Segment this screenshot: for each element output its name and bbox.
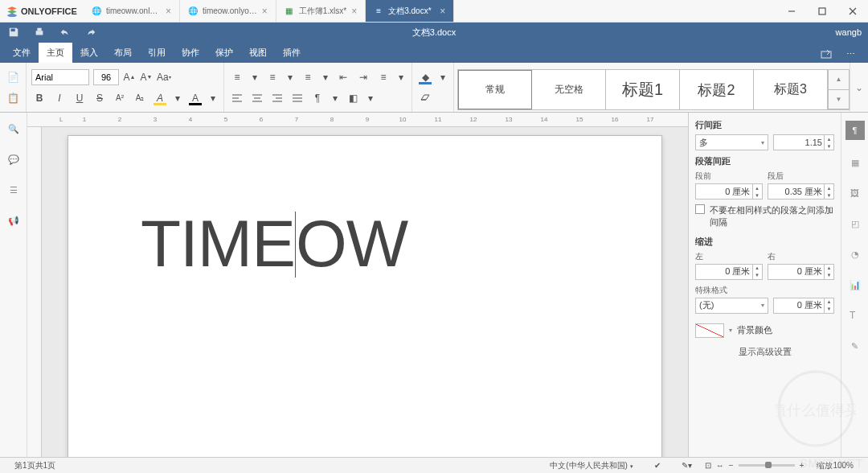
align-right-icon[interactable] [269,90,285,106]
clear-style-icon[interactable] [417,90,433,106]
menu-protect[interactable]: 保护 [207,43,241,63]
fit-width-icon[interactable]: ↔ [716,461,724,470]
table-settings-icon[interactable]: ▦ [847,154,863,171]
line-spacing-icon[interactable]: ≡ [375,69,391,85]
close-button[interactable] [837,0,868,23]
paragraph-color-button[interactable]: ◆ [417,69,433,85]
language-selector[interactable]: 中文(中华人民共和国) ▾ [542,460,641,471]
menu-references[interactable]: 引用 [140,43,174,63]
redo-icon[interactable] [84,25,98,39]
search-icon[interactable]: 🔍 [6,121,22,137]
document-text[interactable]: TIMEOW [141,200,589,282]
align-justify-icon[interactable] [289,90,305,106]
underline-button[interactable]: U [72,90,88,106]
spacing-before-input[interactable]: 0 厘米▲▼ [695,183,763,199]
comments-icon[interactable]: 💬 [6,151,22,167]
multilevel-list-icon[interactable]: ≡ [300,69,316,85]
indent-right-input[interactable]: 0 厘米▲▼ [768,264,835,280]
italic-button[interactable]: I [51,90,68,106]
line-spacing-value-input[interactable]: 1.15▲▼ [773,134,834,150]
page[interactable]: TIMEOW [68,135,662,457]
header-footer-icon[interactable]: ◰ [847,216,863,232]
zoom-value[interactable]: 缩放100% [809,460,862,471]
shading-icon[interactable]: ◧ [345,90,361,106]
style-heading3[interactable]: 标题3 [754,70,828,109]
bold-button[interactable]: B [31,90,47,106]
horizontal-ruler[interactable]: L 1234567891011121314151617 [27,113,688,127]
align-left-icon[interactable] [229,90,245,106]
chevron-down-icon[interactable]: ▾ [172,90,183,106]
tab-web-2[interactable]: 🌐 timeow.onlyo… × [180,0,276,22]
increase-indent-icon[interactable]: ⇥ [355,69,371,85]
font-name-select[interactable] [31,69,89,85]
menu-plugins[interactable]: 插件 [275,43,309,63]
tab-spreadsheet[interactable]: ▦ 工作簿1.xlsx* × [276,0,366,22]
print-icon[interactable] [32,25,47,39]
menu-insert[interactable]: 插入 [72,43,106,63]
menu-home[interactable]: 主页 [39,43,72,63]
line-spacing-type-select[interactable]: 多▾ [695,134,768,150]
font-color-button[interactable]: A [187,90,203,106]
zoom-out-icon[interactable]: − [729,461,734,470]
spellcheck-icon[interactable]: ✔ [646,461,669,470]
paragraph-settings-icon[interactable]: ¶ [845,121,865,140]
close-icon[interactable]: × [440,6,445,17]
menu-file[interactable]: 文件 [5,43,39,63]
style-normal[interactable]: 常规 [458,70,532,109]
more-icon[interactable]: ⋯ [846,49,855,60]
chevron-down-icon[interactable]: ▾ [207,90,219,106]
page-count[interactable]: 第1页共1页 [6,460,63,471]
open-location-icon[interactable] [821,49,832,60]
username[interactable]: wangb [836,27,862,37]
strikethrough-button[interactable]: S [92,90,108,106]
menu-view[interactable]: 视图 [241,43,275,63]
background-color-swatch[interactable] [695,323,724,338]
save-icon[interactable] [6,25,21,39]
vertical-ruler[interactable] [27,127,42,457]
feedback-icon[interactable]: 📢 [6,212,22,228]
decrease-indent-icon[interactable]: ⇤ [335,69,351,85]
close-icon[interactable]: × [166,6,171,17]
highlight-color-button[interactable]: A [152,90,168,106]
minimize-button[interactable] [776,0,807,23]
style-heading2[interactable]: 标题2 [680,70,754,109]
change-case-icon[interactable]: Aa▾ [157,69,171,85]
font-size-select[interactable] [93,69,119,85]
align-center-icon[interactable] [249,90,265,106]
increase-font-icon[interactable]: A▲ [123,69,136,85]
navigation-icon[interactable]: ☰ [6,182,22,198]
style-heading1[interactable]: 标题1 [606,70,680,109]
special-amount-input[interactable]: 0 厘米▲▼ [773,298,834,314]
menu-layout[interactable]: 布局 [106,43,140,63]
subscript-button[interactable]: A₂ [132,90,148,106]
zoom-slider[interactable] [739,464,795,467]
indent-left-input[interactable]: 0 厘米▲▼ [695,264,763,280]
nonprinting-icon[interactable]: ¶ [309,90,326,106]
tab-document[interactable]: ≡ 文档3.docx* × [366,0,454,22]
decrease-font-icon[interactable]: A▼ [140,69,153,85]
no-spacing-checkbox[interactable] [695,204,705,214]
tab-web-1[interactable]: 🌐 timeoww.only… × [84,0,180,22]
textart-settings-icon[interactable]: T [847,307,863,323]
advanced-settings-link[interactable]: 显示高级设置 [695,346,834,358]
close-icon[interactable]: × [262,6,268,17]
image-settings-icon[interactable]: 🖼 [847,185,863,201]
special-format-select[interactable]: (无)▾ [695,298,768,314]
zoom-in-icon[interactable]: + [800,461,805,470]
signature-icon[interactable]: ✎ [847,338,863,354]
superscript-button[interactable]: A² [112,90,128,106]
undo-icon[interactable] [58,25,72,39]
styles-down-icon[interactable]: ▼ [829,90,849,110]
maximize-button[interactable] [807,0,837,23]
copy-icon[interactable]: 📄 [5,69,21,85]
bullet-list-icon[interactable]: ≡ [229,69,245,85]
spacing-after-input[interactable]: 0.35 厘米▲▼ [768,183,835,199]
chart-settings-icon[interactable]: 📊 [847,277,863,293]
close-icon[interactable]: × [351,6,357,17]
document-canvas[interactable]: TIMEOW [42,127,688,457]
menu-collaboration[interactable]: 协作 [174,43,207,63]
fit-page-icon[interactable]: ⊡ [705,461,711,470]
style-nospace[interactable]: 无空格 [532,70,606,109]
shape-settings-icon[interactable]: ◔ [847,246,863,262]
chevron-down-icon[interactable]: ⌄ [851,80,867,96]
